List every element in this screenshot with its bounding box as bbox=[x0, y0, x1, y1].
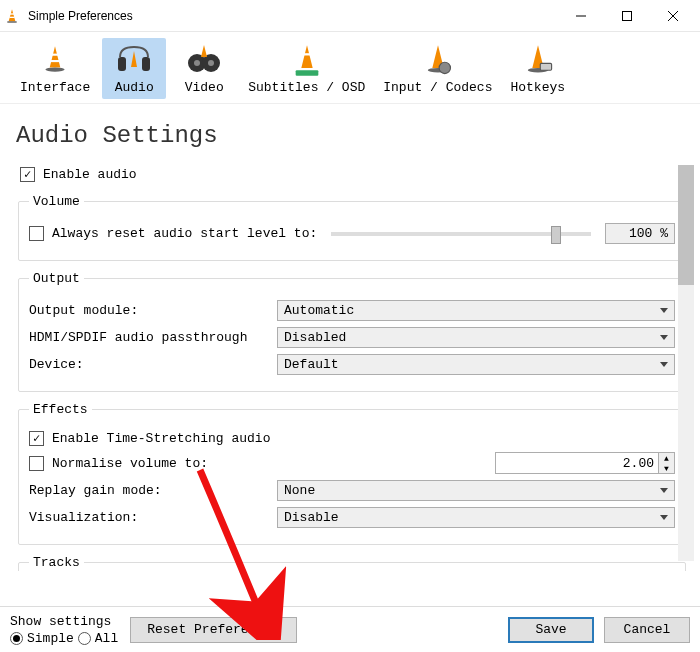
normalise-label: Normalise volume to: bbox=[52, 456, 208, 471]
radio-all[interactable]: All bbox=[78, 631, 118, 646]
device-select[interactable]: Default bbox=[277, 354, 675, 375]
svg-point-18 bbox=[208, 60, 214, 66]
passthrough-label: HDMI/SPDIF audio passthrough bbox=[29, 330, 271, 345]
checkbox-icon bbox=[20, 167, 35, 182]
select-value: Automatic bbox=[284, 303, 354, 318]
tab-hotkeys[interactable]: Hotkeys bbox=[504, 38, 571, 99]
start-level-slider[interactable] bbox=[331, 232, 591, 236]
enable-audio-checkbox[interactable]: Enable audio bbox=[20, 167, 137, 182]
volume-legend: Volume bbox=[29, 194, 84, 209]
radio-icon bbox=[10, 632, 23, 645]
svg-rect-2 bbox=[9, 16, 14, 17]
visualization-label: Visualization: bbox=[29, 510, 271, 525]
tab-interface[interactable]: Interface bbox=[14, 38, 96, 99]
category-tabs: Interface Audio Video Subtitles / OSD In… bbox=[0, 32, 700, 99]
audio-icon bbox=[112, 42, 156, 78]
timestretch-label: Enable Time-Stretching audio bbox=[52, 431, 270, 446]
cancel-button[interactable]: Cancel bbox=[604, 617, 690, 643]
tab-label: Interface bbox=[20, 80, 90, 95]
replay-gain-label: Replay gain mode: bbox=[29, 483, 271, 498]
button-label: Cancel bbox=[624, 622, 671, 637]
svg-rect-3 bbox=[7, 21, 16, 22]
tab-label: Subtitles / OSD bbox=[248, 80, 365, 95]
vertical-scrollbar[interactable] bbox=[678, 165, 694, 561]
chevron-down-icon bbox=[660, 335, 668, 340]
svg-rect-21 bbox=[295, 70, 318, 76]
svg-point-17 bbox=[194, 60, 200, 66]
close-button[interactable] bbox=[650, 1, 696, 31]
vlc-cone-icon bbox=[4, 8, 20, 24]
output-group: Output Output module: Automatic HDMI/SPD… bbox=[18, 271, 686, 392]
tab-subtitles[interactable]: Subtitles / OSD bbox=[242, 38, 371, 99]
slider-thumb[interactable] bbox=[551, 226, 561, 244]
show-settings-group: Show settings Simple All bbox=[10, 614, 118, 646]
checkbox-icon bbox=[29, 226, 44, 241]
svg-rect-1 bbox=[10, 13, 14, 14]
reset-level-label: Always reset audio start level to: bbox=[52, 226, 317, 241]
select-value: Disabled bbox=[284, 330, 346, 345]
show-settings-label: Show settings bbox=[10, 614, 118, 629]
svg-marker-8 bbox=[50, 46, 61, 67]
select-value: None bbox=[284, 483, 315, 498]
svg-rect-13 bbox=[142, 57, 150, 71]
select-value: Disable bbox=[284, 510, 339, 525]
start-level-value: 100 % bbox=[605, 223, 675, 244]
window-controls bbox=[558, 1, 696, 31]
maximize-button[interactable] bbox=[604, 1, 650, 31]
tracks-group: Tracks Preferred audio language: bbox=[18, 555, 686, 571]
svg-rect-9 bbox=[52, 54, 58, 56]
stepper-value: 2.00 bbox=[496, 456, 658, 471]
hotkeys-icon bbox=[516, 42, 560, 78]
video-icon bbox=[182, 42, 226, 78]
tab-video[interactable]: Video bbox=[172, 38, 236, 99]
tab-codecs[interactable]: Input / Codecs bbox=[377, 38, 498, 99]
chevron-down-icon bbox=[660, 488, 668, 493]
settings-panel: Enable audio Volume Always reset audio s… bbox=[8, 155, 696, 571]
output-module-select[interactable]: Automatic bbox=[277, 300, 675, 321]
footer-bar: Show settings Simple All Reset Preferenc… bbox=[0, 606, 700, 652]
radio-simple-label: Simple bbox=[27, 631, 74, 646]
svg-rect-10 bbox=[51, 60, 60, 62]
chevron-down-icon bbox=[660, 308, 668, 313]
tab-label: Video bbox=[185, 80, 224, 95]
step-up-icon[interactable]: ▲ bbox=[659, 453, 674, 463]
page-title: Audio Settings bbox=[0, 103, 700, 155]
tracks-legend: Tracks bbox=[29, 555, 84, 570]
minimize-button[interactable] bbox=[558, 1, 604, 31]
radio-simple[interactable]: Simple bbox=[10, 631, 74, 646]
subtitles-icon bbox=[285, 42, 329, 78]
chevron-down-icon bbox=[660, 362, 668, 367]
svg-marker-19 bbox=[201, 45, 207, 57]
svg-rect-28 bbox=[540, 63, 551, 70]
button-label: Save bbox=[535, 622, 566, 637]
svg-point-11 bbox=[46, 67, 65, 71]
visualization-select[interactable]: Disable bbox=[277, 507, 675, 528]
save-button[interactable]: Save bbox=[508, 617, 594, 643]
normalise-value-stepper[interactable]: 2.00 ▲▼ bbox=[495, 452, 675, 474]
titlebar: Simple Preferences bbox=[0, 0, 700, 32]
output-legend: Output bbox=[29, 271, 84, 286]
radio-all-label: All bbox=[95, 631, 118, 646]
timestretch-checkbox[interactable]: Enable Time-Stretching audio bbox=[29, 431, 270, 446]
tab-label: Hotkeys bbox=[510, 80, 565, 95]
svg-marker-20 bbox=[301, 45, 312, 68]
button-label: Reset Preferences bbox=[147, 622, 280, 637]
svg-marker-0 bbox=[9, 9, 16, 21]
select-value: Default bbox=[284, 357, 339, 372]
svg-point-25 bbox=[439, 62, 450, 73]
passthrough-select[interactable]: Disabled bbox=[277, 327, 675, 348]
scrollbar-thumb[interactable] bbox=[678, 165, 694, 285]
effects-group: Effects Enable Time-Stretching audio Nor… bbox=[18, 402, 686, 545]
checkbox-icon bbox=[29, 431, 44, 446]
normalise-checkbox[interactable]: Normalise volume to: bbox=[29, 456, 271, 471]
svg-rect-22 bbox=[303, 53, 310, 55]
reset-level-checkbox[interactable]: Always reset audio start level to: bbox=[29, 226, 317, 241]
chevron-down-icon bbox=[660, 515, 668, 520]
effects-legend: Effects bbox=[29, 402, 92, 417]
tab-audio[interactable]: Audio bbox=[102, 38, 166, 99]
reset-preferences-button[interactable]: Reset Preferences bbox=[130, 617, 297, 643]
step-down-icon[interactable]: ▼ bbox=[659, 463, 674, 473]
replay-gain-select[interactable]: None bbox=[277, 480, 675, 501]
device-label: Device: bbox=[29, 357, 271, 372]
radio-icon bbox=[78, 632, 91, 645]
